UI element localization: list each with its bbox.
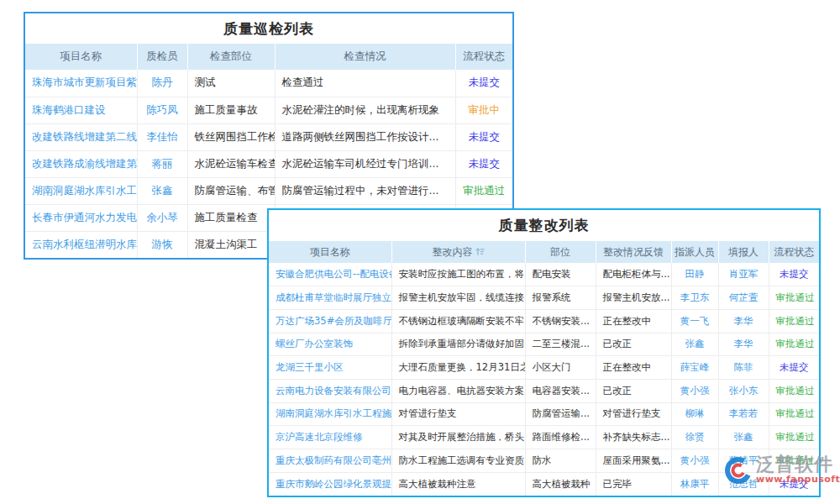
status-cell: 未提交 [769,263,819,286]
column-header-label: 指派人员 [675,246,715,258]
column-header-label: 流程状态 [463,50,505,62]
project-link-cell[interactable]: 京沪高速北京段维修 [269,426,391,449]
brand-name: 泛普软件 [756,454,840,475]
project-link-cell[interactable]: 湖南洞庭湖水库引水工程施工标 [269,402,391,426]
status-cell: 未提交 [455,150,512,177]
text-cell: 已完毕 [596,472,671,496]
table-title: 质量整改列表 [269,210,819,241]
text-cell: 对管进行垫支 [391,402,525,426]
table-row: 成都杜甫草堂临时展厅独立展...报警主机安放牢固，线缆连接...报警系统报警主机… [269,286,819,310]
person-link-cell[interactable]: 余小琴 [137,204,187,231]
person-link-cell[interactable]: 李华 [718,309,769,333]
status-cell: 审批通过 [769,379,819,402]
project-link-cell[interactable]: 万达广场35#会所及咖啡厅空... [269,309,391,333]
column-header: 检查情况 [275,44,455,70]
brand-logo-icon [722,454,754,486]
person-link-cell[interactable]: 薛宝峰 [671,356,718,380]
column-header-label: 检查部位 [210,50,252,62]
status-cell: 审批中 [455,97,512,123]
text-cell: 不锈钢安装... [525,309,596,333]
text-cell: 施工质量检查 [187,204,275,231]
person-link-cell[interactable]: 陈丹 [137,70,187,97]
project-link-cell[interactable]: 云南电力设备安装有限公司20... [269,379,391,402]
project-link-cell[interactable]: 长春市伊通河水力发电... [25,204,137,231]
column-header-label: 项目名称 [60,50,102,62]
text-cell: 防腐管运输过程中，未对管进行... [275,177,455,204]
text-cell: 水泥砼运输车司机经过专门培训... [275,150,455,177]
project-link-cell[interactable]: 珠海鹤港口建设 [25,97,137,123]
text-cell: 对管进行垫支 [596,402,671,426]
project-link-cell[interactable]: 重庆市鹅岭公园绿化景观提升... [269,472,391,496]
project-link-cell[interactable]: 重庆太极制药有限公司亳州中... [269,449,391,473]
text-cell: 防腐管运输... [525,402,596,426]
person-link-cell[interactable]: 陈巧凤 [137,97,187,123]
column-header: 填报人 [718,241,769,263]
sort-ascending-icon[interactable] [475,247,485,256]
column-header[interactable]: 整改内容 [391,241,525,263]
person-link-cell[interactable]: 李卫东 [671,286,718,310]
column-header: 质检员 [137,44,187,70]
project-link-cell[interactable]: 成都杜甫草堂临时展厅独立展... [269,286,391,310]
text-cell: 防水 [525,449,596,473]
table-row: 改建铁路成渝线增建第...蒋丽水泥砼运输车检查水泥砼运输车司机经过专门培训...… [25,150,512,177]
person-link-cell[interactable]: 黄小强 [671,379,718,402]
text-cell: 不锈钢边框玻璃隔断安装不牢... [391,309,525,333]
project-link-cell[interactable]: 云南水利枢纽潜明水库... [25,231,137,258]
person-link-cell[interactable]: 徐贤 [671,426,718,449]
person-link-cell[interactable]: 张小东 [718,379,769,402]
column-header: 流程状态 [769,241,819,263]
person-link-cell[interactable]: 柳琳 [671,402,718,426]
person-link-cell[interactable]: 黄一飞 [671,309,718,333]
person-link-cell[interactable]: 黄小强 [671,449,718,473]
project-link-cell[interactable]: 珠海市城市更新项目紫... [25,70,137,97]
project-link-cell[interactable]: 改建铁路线增建第二线... [25,123,137,150]
person-link-cell[interactable]: 肖亚军 [718,263,769,286]
status-cell: 未提交 [769,356,819,380]
person-link-cell[interactable]: 林康平 [671,472,718,496]
table-row: 湖南洞庭湖水库引水工...张鑫防腐管运输、布管防腐管运输过程中，未对管进行...… [25,177,512,204]
column-header: 指派人员 [671,241,718,263]
text-cell: 施工质量事故 [187,97,275,123]
table-row: 螺丝厂办公室装饰拆除到承重墙部分请做好加固...二至三楼混...已改正张鑫李华审… [269,333,819,356]
column-header-label: 项目名称 [310,246,350,258]
person-link-cell[interactable]: 李华 [718,333,769,356]
project-link-cell[interactable]: 改建铁路成渝线增建第... [25,150,137,177]
person-link-cell[interactable]: 蒋丽 [137,150,187,177]
project-link-cell[interactable]: 湖南洞庭湖水库引水工... [25,177,137,204]
text-cell: 已改正 [596,379,671,402]
text-cell: 二至三楼混... [525,333,596,356]
text-cell: 水泥砼运输车检查 [187,150,275,177]
text-cell: 配电柜柜体与... [596,263,671,286]
status-cell: 审批通过 [769,333,819,356]
text-cell: 铁丝网围挡工作检查 [187,123,275,150]
text-cell: 报警系统 [525,286,596,310]
text-cell: 防水工程施工选调有专业资质... [391,449,525,473]
text-cell: 防腐管运输、布管 [187,177,275,204]
person-link-cell[interactable]: 田静 [671,263,718,286]
text-cell: 正在整改中 [596,356,671,380]
column-header-label: 流程状态 [774,246,814,258]
table-title: 质量巡检列表 [25,13,512,44]
table-row: 云南电力设备安装有限公司20...电力电容器、电抗器安装方案,...电容器安装.… [269,379,819,402]
person-link-cell[interactable]: 李佳怡 [137,123,187,150]
column-header: 流程状态 [455,44,512,70]
text-cell: 报警主机安放... [596,286,671,310]
text-cell: 报警主机安放牢固，线缆连接... [391,286,525,310]
project-link-cell[interactable]: 安徽合肥供电公司--配电设备... [269,263,391,286]
watermark-text: 泛普软件 www.fanpusoft.com [756,454,840,485]
text-cell: 高大植被栽种 [525,472,596,496]
text-cell: 检查通过 [275,70,455,97]
text-cell: 道路两侧铁丝网围挡工作按设计... [275,123,455,150]
person-link-cell[interactable]: 游恢 [137,231,187,258]
person-link-cell[interactable]: 陈菲 [718,356,769,380]
column-header: 部位 [525,241,596,263]
project-link-cell[interactable]: 螺丝厂办公室装饰 [269,333,391,356]
person-link-cell[interactable]: 何芷萱 [718,286,769,310]
person-link-cell[interactable]: 李若若 [718,402,769,426]
text-cell: 测试 [187,70,275,97]
person-link-cell[interactable]: 张鑫 [671,333,718,356]
person-link-cell[interactable]: 张鑫 [137,177,187,204]
project-link-cell[interactable]: 龙湖三千里小区 [269,356,391,380]
status-cell: 审批通过 [769,426,819,449]
person-link-cell[interactable]: 张鑫 [718,426,769,449]
